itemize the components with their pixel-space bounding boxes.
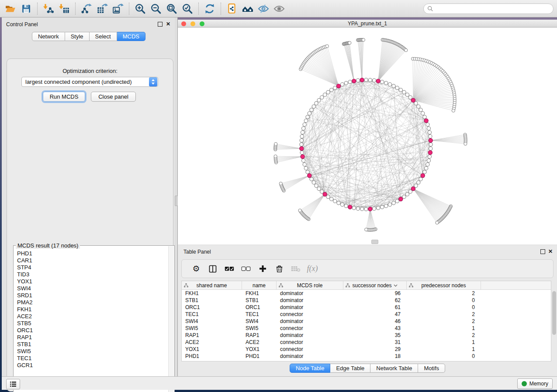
zoom-out-button[interactable] <box>148 2 164 16</box>
close-panel-icon[interactable]: ✕ <box>166 22 170 26</box>
tab-network-table[interactable]: Network Table <box>370 364 418 373</box>
table-cell: SWI5 <box>182 325 242 331</box>
add-column-button[interactable] <box>254 262 271 275</box>
mcds-result-item[interactable]: PMA2 <box>17 299 168 306</box>
column-header-successor-nodes[interactable]: successor nodes <box>343 281 407 289</box>
network-canvas[interactable] <box>178 28 557 244</box>
save-icon <box>21 3 31 14</box>
tab-edge-table[interactable]: Edge Table <box>330 364 370 373</box>
node-table[interactable]: shared namenameMCDS rolesuccessor nodesp… <box>181 281 551 361</box>
mcds-result-item[interactable]: FKH1 <box>17 306 168 313</box>
memory-button[interactable]: Memory <box>517 378 553 389</box>
import-table-button[interactable] <box>56 2 72 16</box>
hide-selected-button[interactable] <box>256 2 271 16</box>
export-network-button[interactable] <box>79 2 94 16</box>
zoom-fit-button[interactable] <box>164 2 180 16</box>
horizontal-splitter-handle[interactable] <box>371 240 378 244</box>
table-settings-button[interactable]: ⚙ <box>188 262 204 275</box>
optimization-criterion-label: Optimization criterion: <box>7 68 173 74</box>
column-header-label: predecessor nodes <box>421 282 466 289</box>
tab-style[interactable]: Style <box>65 32 90 41</box>
network-graph[interactable] <box>178 28 557 244</box>
table-cell: ORC1 <box>242 304 277 310</box>
mcds-result-item[interactable]: SRD1 <box>17 292 168 299</box>
column-header-mcds-role[interactable]: MCDS role <box>277 281 343 289</box>
mcds-result-list[interactable]: PHD1CAR1STP4TID3YOX1SWI4SRD1PMA2FKH1ACE2… <box>14 250 168 392</box>
import-network-button[interactable] <box>41 2 56 16</box>
table-scrollbar[interactable] <box>552 282 556 361</box>
mcds-result-item[interactable]: ACE2 <box>17 313 168 320</box>
mcds-result-item[interactable]: TEC1 <box>17 355 168 362</box>
table-row[interactable]: PHD1PHD1dominator180 <box>182 353 551 360</box>
show-columns-button[interactable] <box>204 262 221 275</box>
float-table-panel-icon[interactable] <box>540 249 545 254</box>
column-header-predecessor-nodes[interactable]: predecessor nodes <box>407 281 481 289</box>
table-cell: 35 <box>343 332 407 338</box>
first-neighbors-button[interactable] <box>240 2 256 16</box>
select-all-rows-button[interactable] <box>221 262 238 275</box>
mcds-result-item[interactable]: ORC1 <box>17 327 168 334</box>
table-cell: dominator <box>277 353 343 359</box>
table-scrollbar-thumb[interactable] <box>552 291 556 335</box>
mcds-result-item[interactable]: RAP1 <box>17 334 168 341</box>
mcds-result-item[interactable]: YOX1 <box>17 278 168 285</box>
mcds-result-item[interactable]: STP4 <box>17 264 168 271</box>
save-session-button[interactable] <box>18 2 34 16</box>
close-table-panel-icon[interactable]: ✕ <box>548 249 553 254</box>
column-header-shared-name[interactable]: shared name <box>182 281 242 289</box>
column-header-name[interactable]: name <box>242 281 277 289</box>
table-cell: TEC1 <box>242 311 277 317</box>
mcds-result-item[interactable]: STB1 <box>17 341 168 348</box>
tab-mcds[interactable]: MCDS <box>117 32 145 41</box>
search-box[interactable] <box>423 3 554 14</box>
task-history-button[interactable] <box>6 379 20 389</box>
network-window-titlebar[interactable]: YPA_prune.txt_1 <box>178 20 557 28</box>
tab-select[interactable]: Select <box>90 32 117 41</box>
tab-network[interactable]: Network <box>32 32 65 41</box>
table-cell: dominator <box>277 304 343 310</box>
table-row[interactable]: TEC1TEC1connector472 <box>182 311 551 318</box>
vertical-splitter[interactable] <box>175 17 178 376</box>
table-row[interactable]: SWI5SWI5connector431 <box>182 325 551 332</box>
share-document-button[interactable] <box>224 2 240 16</box>
tab-motifs[interactable]: Motifs <box>418 364 445 373</box>
zoom-out-icon <box>150 3 162 14</box>
run-mcds-button[interactable]: Run MCDS <box>43 92 85 102</box>
mcds-result-item[interactable]: SWI4 <box>17 285 168 292</box>
mcds-result-item[interactable]: TID3 <box>17 271 168 278</box>
float-panel-icon[interactable] <box>158 22 163 27</box>
export-table-button[interactable] <box>94 2 110 16</box>
zoom-in-button[interactable] <box>132 2 148 16</box>
mcds-result-item[interactable]: SWI5 <box>17 348 168 355</box>
table-cell: connector <box>277 311 343 317</box>
zoom-selected-button[interactable] <box>180 2 195 16</box>
mcds-result-item[interactable]: GCR1 <box>17 362 168 369</box>
table-row[interactable]: FKH1FKH1dominator962 <box>182 290 551 297</box>
mcds-result-item[interactable]: CAR1 <box>17 257 168 264</box>
table-row[interactable]: ACE2ACE2connector311 <box>182 339 551 346</box>
table-panel-tabs: Node TableEdge TableNetwork TableMotifs <box>290 364 445 373</box>
table-cell: connector <box>277 339 343 345</box>
column-header-label: MCDS role <box>297 282 323 289</box>
show-all-button[interactable] <box>271 2 287 16</box>
open-file-button[interactable] <box>3 2 18 16</box>
table-row[interactable]: SWI4SWI4dominator462 <box>182 318 551 325</box>
table-cell: dominator <box>277 332 343 338</box>
close-panel-button[interactable]: Close panel <box>91 92 136 102</box>
table-row[interactable]: RAP1RAP1dominator352 <box>182 332 551 339</box>
table-row[interactable]: YOX1YOX1connector291 <box>182 346 551 353</box>
table-cell: PHD1 <box>242 353 277 359</box>
table-row[interactable]: ORC1ORC1dominator610 <box>182 304 551 311</box>
deselect-all-rows-button[interactable] <box>238 262 254 275</box>
mcds-result-item[interactable]: PHD1 <box>17 250 168 257</box>
search-input[interactable] <box>433 5 544 12</box>
table-row[interactable]: STB1STB1dominator620 <box>182 297 551 304</box>
optimization-select[interactable]: largest connected component (undirected) <box>21 77 158 87</box>
mcds-list-scrollbar[interactable] <box>168 246 174 392</box>
delete-columns-button[interactable] <box>271 262 287 275</box>
mcds-result-item[interactable]: STB5 <box>17 320 168 327</box>
apply-layout-button[interactable] <box>202 2 218 16</box>
export-image-button[interactable] <box>110 2 126 16</box>
table-cell: FKH1 <box>182 290 242 296</box>
tab-node-table[interactable]: Node Table <box>290 364 331 373</box>
